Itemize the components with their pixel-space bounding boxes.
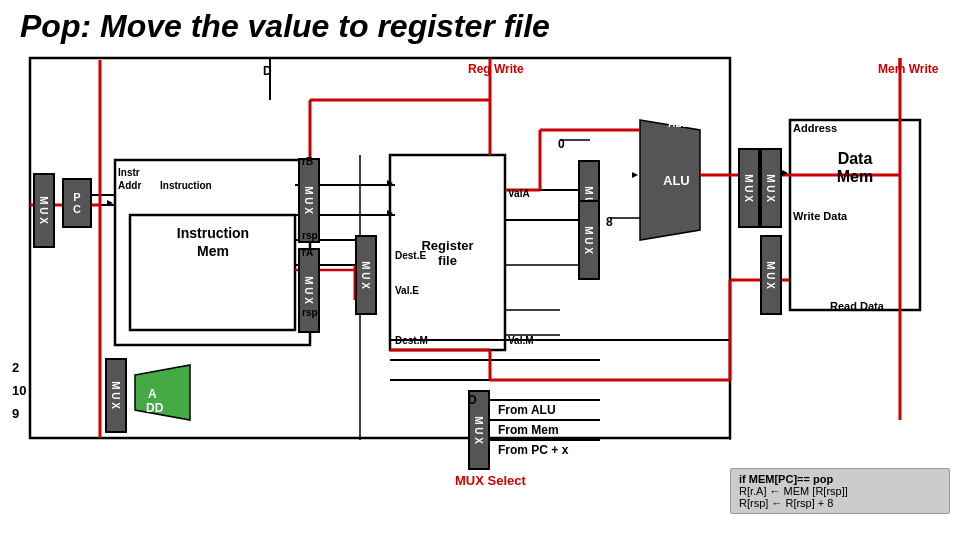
data-mem-label1: Data (838, 150, 873, 168)
data-mem-label: Data Mem (793, 150, 917, 186)
reg-write-label: Reg Write (468, 62, 524, 76)
deste-label: Dest.E (395, 250, 426, 261)
instr-addr-label: Instr (118, 167, 140, 178)
svg-text:ALU: ALU (663, 173, 690, 188)
svg-marker-5 (640, 120, 700, 240)
destm-label: Dest.M (395, 335, 428, 346)
instr-mem-label: Instruction Mem (133, 224, 293, 260)
rsp-bot-label: rsp (302, 307, 318, 318)
numbers-col: 2 10 9 (12, 360, 26, 421)
mux-instr-bot: M U X (298, 248, 320, 333)
annotation-line2: R[r.A] ← MEM [R[rsp]] (739, 485, 941, 497)
mux-alu-bot: M U X (578, 200, 600, 280)
num-2: 2 (12, 360, 26, 375)
annotation-line3: R[rsp] ← R[rsp] + 8 (739, 497, 941, 509)
mux-reg-mid: M U X (355, 235, 377, 315)
annotation-line1: if MEM[PC]== pop (739, 473, 941, 485)
svg-marker-55 (107, 200, 113, 206)
eight-label: 8 (606, 215, 613, 229)
mux-data-mem-right2: M U X (760, 235, 782, 315)
mux-left-bottom: M U X (105, 358, 127, 433)
write-data-label: Write Data (793, 210, 847, 222)
zero-label: 0 (558, 137, 565, 151)
from-mem-label: From Mem (498, 423, 559, 437)
mux-select-label: MUX Select (455, 473, 526, 488)
vale-label: Val.E (395, 285, 419, 296)
alu-op-label: ALU OP (668, 118, 706, 129)
rsp-top-label: rsp (302, 230, 318, 241)
d-bottom-label: D (468, 393, 477, 407)
svg-marker-58 (632, 172, 638, 178)
num-10: 10 (12, 383, 26, 398)
valm-label: Val.M (508, 335, 534, 346)
svg-marker-7 (135, 365, 190, 420)
address-label: Address (793, 122, 837, 134)
page-title: Pop: Move the value to register file (0, 0, 960, 53)
addr-label: Addr (118, 180, 141, 191)
read-data-label: Read Data (830, 300, 884, 312)
svg-marker-59 (782, 170, 788, 176)
annotation-box: if MEM[PC]== pop R[r.A] ← MEM [R[rsp]] R… (730, 468, 950, 514)
data-mem-label2: Mem (837, 168, 873, 186)
reg-file-label2: file (438, 253, 457, 268)
svg-text:D: D (263, 64, 272, 78)
mux-after-alu: M U X (738, 148, 760, 228)
from-alu-label: From ALU (498, 403, 556, 417)
ra-label: rA (302, 247, 313, 258)
from-pc-label: From PC + x (498, 443, 568, 457)
vala-label: ValA (508, 188, 530, 199)
mux-data-mem-right: M U X (760, 148, 782, 228)
mux-left: M U X (33, 173, 55, 248)
svg-text:DD: DD (146, 401, 164, 415)
rb-label: rB (302, 156, 313, 167)
num-9: 9 (12, 406, 26, 421)
mem-write-label: Mem Write (878, 62, 938, 76)
instruction-label: Instruction (160, 180, 212, 191)
reg-file-label1: Register (421, 238, 473, 253)
pc-box: PC (62, 178, 92, 228)
svg-text:A: A (148, 387, 157, 401)
